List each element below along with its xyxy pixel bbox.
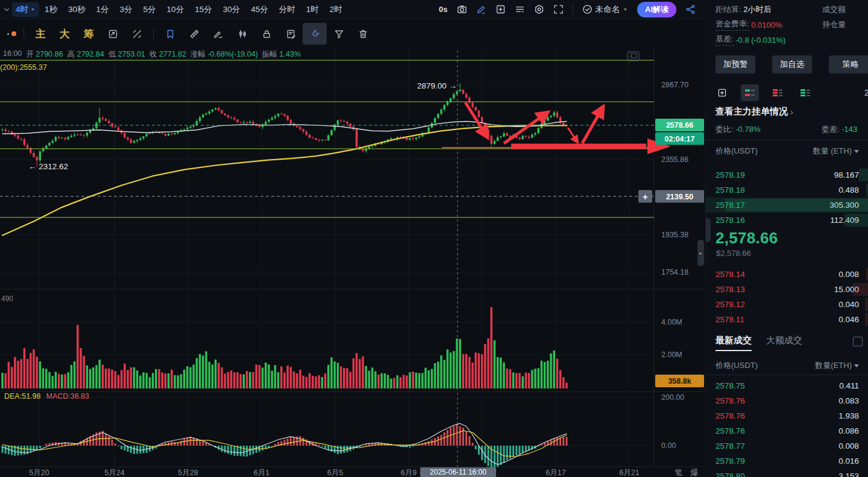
whale-orders-link[interactable]: 查看主力挂单情况› (715, 106, 793, 117)
share-icon[interactable] (685, 4, 696, 14)
price-cell: 2578.16 (715, 216, 745, 225)
candle-pattern-icon[interactable] (230, 23, 254, 45)
collapse-chevron-icon[interactable] (2, 5, 11, 14)
lock-icon[interactable] (254, 23, 278, 45)
orderbook-ask-row[interactable]: 2578.17305.300 (706, 198, 868, 213)
timeframe-option[interactable]: 2时 (324, 2, 348, 17)
timeframe-selected[interactable]: 4时 (12, 2, 39, 17)
tick-size-fragment[interactable]: 2 (864, 88, 868, 98)
drawing-tools (101, 23, 375, 45)
book-both-icon[interactable] (741, 84, 759, 101)
draw-pencil-icon[interactable] (206, 23, 230, 45)
add-pane-icon[interactable] (713, 84, 731, 101)
orderbook-ask-row[interactable]: 2578.1998.167 (706, 167, 868, 182)
peak-price-label: 2879.00 → (417, 81, 457, 90)
trade-row[interactable]: 2578.790.016 (706, 454, 868, 469)
orderbook-bid-row[interactable]: 2578.1315.000 (706, 282, 868, 297)
trash-icon[interactable] (351, 23, 375, 45)
bookmark-icon[interactable] (158, 23, 182, 45)
caret-down-icon (854, 364, 859, 367)
trade-row[interactable]: 2578.760.083 (706, 393, 868, 408)
edit-pencil-icon[interactable] (476, 4, 486, 14)
svg-text:2867.70: 2867.70 (661, 81, 688, 89)
indicator-shortcut-2[interactable]: 大 (52, 27, 77, 41)
timeframe-option[interactable]: 15分 (189, 2, 218, 17)
orderbook-bid-row[interactable]: 2578.110.046 (706, 312, 868, 327)
timeframe-option[interactable]: 30分 (218, 2, 246, 17)
gear-icon[interactable] (534, 4, 544, 14)
qty-cell: 0.086 (838, 426, 859, 435)
ai-analysis-button[interactable]: AI解读 (637, 2, 676, 17)
panel-resize-handle[interactable] (706, 218, 711, 242)
dea-value-label: DEA:51.98 (4, 392, 40, 401)
orderbook-bid-row[interactable]: 2578.140.008 (706, 267, 868, 282)
fullscreen-icon[interactable] (553, 4, 564, 14)
price-cell: 2578.14 (715, 270, 745, 279)
timeframe-option[interactable]: 10分 (162, 2, 190, 17)
trade-row[interactable]: 2578.770.008 (706, 438, 868, 454)
trades-filter-checkbox[interactable] (853, 337, 863, 346)
qty-column-header[interactable]: 数量(ETH) (815, 360, 859, 371)
chevron-right-icon: › (790, 107, 793, 117)
book-asks-icon[interactable] (769, 84, 787, 101)
add-favorite-button[interactable]: 加自选 (772, 55, 812, 73)
timeframe-option[interactable]: 5分 (138, 2, 162, 17)
svg-text:1935.38: 1935.38 (661, 231, 688, 239)
price-cell: 2578.76 (715, 426, 745, 435)
svg-text:358.8k: 358.8k (668, 377, 691, 385)
timeframe-option[interactable]: 30秒 (63, 2, 91, 17)
orderbook-bid-row[interactable]: 2578.120.040 (706, 297, 868, 312)
camera-icon[interactable] (457, 4, 467, 14)
magnet-icon[interactable] (303, 23, 327, 45)
replay-speed-button[interactable]: 0s (439, 5, 447, 14)
toggle-trades[interactable]: 笔 (675, 468, 683, 477)
tab-large-trades[interactable]: 大额成交 (766, 335, 802, 350)
price-cell: 2578.11 (715, 315, 744, 324)
svg-text:+: + (643, 192, 648, 202)
timeframe-option[interactable]: 分时 (274, 2, 301, 17)
book-bids-icon[interactable] (796, 84, 814, 101)
layout-selector[interactable]: 未命名 (582, 4, 629, 15)
add-pane-icon[interactable] (495, 4, 506, 14)
note-edit-icon[interactable] (278, 23, 303, 45)
qty-column-header[interactable]: 数量 (ETH) (813, 146, 859, 157)
timeframe-option[interactable]: 1秒 (39, 2, 63, 17)
ohlc-change: -0.68%(-19.04) (207, 50, 257, 58)
trendline-icon[interactable] (125, 23, 149, 45)
depth-bar (844, 214, 868, 226)
trade-row[interactable]: 2578.761.938 (706, 408, 868, 423)
depth-bar (865, 313, 868, 326)
trading-terminal: 4时 1秒30秒1分3分5分10分15分30分45分分时1时2时 0s 未命名A… (0, 0, 868, 477)
orderbook-ask-row[interactable]: 2578.180.488 (706, 182, 868, 198)
depth-bar (725, 199, 868, 211)
trade-row[interactable]: 2578.750.411 (706, 378, 868, 393)
filter-icon[interactable] (327, 23, 351, 45)
last-price-usd: $2,578.66 (716, 249, 751, 258)
add-alert-button[interactable]: 加预警 (715, 55, 755, 73)
caret-down-icon (623, 5, 628, 14)
depth-bar (853, 283, 868, 296)
indicator-shortcuts: 主大筹 (28, 27, 101, 41)
red-arrow-annotation (568, 128, 577, 142)
toggle-liquidations[interactable]: 爆 (691, 468, 699, 477)
svg-text:4.00M: 4.00M (661, 318, 682, 326)
orderbook-mode-switcher (713, 84, 814, 101)
strategy-button[interactable]: 策略 (829, 55, 868, 73)
tab-latest-trades[interactable]: 最新成交 (715, 335, 752, 351)
timeframe-option[interactable]: 1时 (301, 2, 324, 17)
trade-row[interactable]: 2578.760.086 (706, 423, 868, 438)
ohlc-time: 16:00 (3, 49, 22, 60)
trade-row[interactable]: 2578.803.153 (706, 469, 868, 477)
orderbook-ask-row[interactable]: 2578.16112.409 (706, 213, 868, 228)
list-settings-icon[interactable] (515, 4, 525, 14)
sync-edit-icon[interactable] (101, 23, 125, 45)
price-cell: 2578.80 (715, 472, 745, 477)
candlestick-chart[interactable]: 2879.00 →← 2312.622867.702355.861935.381… (0, 48, 704, 477)
timeframe-option[interactable]: 1分 (91, 2, 115, 17)
timeframe-option[interactable]: 45分 (245, 2, 274, 17)
indicator-shortcut-3[interactable]: 筹 (77, 27, 101, 41)
layout-name: 未命名 (596, 4, 620, 15)
timeframe-option[interactable]: 3分 (115, 2, 138, 17)
ruler-icon[interactable] (182, 23, 206, 45)
indicator-shortcut-1[interactable]: 主 (28, 27, 52, 41)
